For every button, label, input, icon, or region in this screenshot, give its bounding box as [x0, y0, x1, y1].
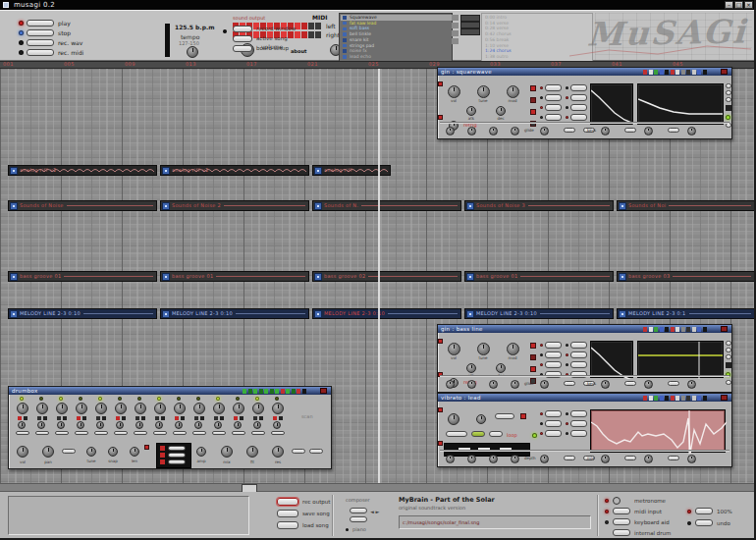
- group-knob-mix[interactable]: [221, 446, 233, 458]
- pattern-handle[interactable]: [162, 310, 170, 318]
- bottom-button[interactable]: [624, 128, 636, 133]
- channel-knob[interactable]: [76, 403, 87, 414]
- channel-fine-knob[interactable]: [273, 421, 281, 429]
- channel-fine-knob[interactable]: [253, 421, 261, 429]
- song-file-field[interactable]: c:/musagi/songs/solar_final.sng: [399, 515, 591, 529]
- bottom-knob[interactable]: [446, 127, 455, 135]
- channel-knob[interactable]: [154, 403, 166, 414]
- channel-fine-knob[interactable]: [96, 421, 104, 429]
- channel-slider[interactable]: [251, 431, 265, 435]
- pattern-block[interactable]: bass groove 03: [617, 271, 755, 282]
- bottom-knob[interactable]: [644, 380, 653, 389]
- synth-squarewave-window[interactable]: gin : squarewavevoltunemodatkdecretriggl…: [437, 67, 732, 139]
- param-button[interactable]: [570, 410, 587, 417]
- param-button[interactable]: [570, 342, 587, 349]
- bottom-knob[interactable]: [601, 380, 610, 389]
- sampler-button[interactable]: [489, 431, 503, 437]
- channel-slider[interactable]: [134, 431, 147, 435]
- knob-rate[interactable]: [476, 414, 486, 424]
- bottom-knob[interactable]: [511, 455, 519, 463]
- param-button[interactable]: [570, 420, 587, 427]
- channel-fine-knob[interactable]: [155, 421, 163, 429]
- channel-knob[interactable]: [174, 403, 186, 414]
- channel-slider[interactable]: [153, 431, 167, 435]
- channel-knob[interactable]: [115, 403, 127, 414]
- bottom-button[interactable]: [668, 381, 679, 386]
- pattern-handle[interactable]: [314, 202, 322, 210]
- mini-button[interactable]: [726, 380, 731, 385]
- channel-knob[interactable]: [233, 403, 244, 414]
- group-knob-tune[interactable]: [86, 447, 96, 457]
- param-button[interactable]: [570, 84, 587, 91]
- bottom-button[interactable]: [624, 456, 636, 460]
- channel-fine-knob[interactable]: [116, 421, 124, 429]
- mini-button[interactable]: [726, 90, 731, 95]
- knob-atk[interactable]: [466, 106, 476, 116]
- group-knob-flt[interactable]: [246, 446, 258, 458]
- channel-knob[interactable]: [17, 403, 28, 414]
- channel-knob[interactable]: [272, 403, 284, 414]
- instrument-row[interactable]: lead echo: [341, 54, 458, 60]
- param-button[interactable]: [545, 84, 562, 91]
- knob-mod[interactable]: [507, 85, 519, 98]
- trigger-button[interactable]: [168, 453, 186, 458]
- transport-button-stop[interactable]: [27, 29, 54, 36]
- bottom-knob[interactable]: [601, 455, 610, 463]
- tempo-knob[interactable]: [187, 46, 198, 58]
- channel-slider[interactable]: [212, 431, 226, 435]
- trigger-button[interactable]: [168, 446, 186, 451]
- channel-slider[interactable]: [232, 431, 245, 435]
- pattern-handle[interactable]: [619, 273, 626, 281]
- pattern-block[interactable]: analog riff v2: [8, 165, 157, 176]
- window-titlebar-drumbox[interactable]: drumbox: [9, 387, 331, 395]
- pattern-handle[interactable]: [162, 273, 170, 281]
- bottom-knob[interactable]: [467, 455, 476, 463]
- group-button[interactable]: [62, 449, 76, 454]
- window-close-button[interactable]: [721, 69, 728, 75]
- bottom-knob[interactable]: [511, 127, 519, 135]
- param-button[interactable]: [545, 410, 562, 417]
- bottom-knob[interactable]: [644, 455, 653, 463]
- param-button[interactable]: [570, 361, 587, 368]
- pattern-handle[interactable]: [10, 202, 18, 210]
- pattern-handle[interactable]: [10, 310, 18, 318]
- param-button[interactable]: [545, 94, 562, 101]
- bottom-knob[interactable]: [467, 127, 476, 135]
- pattern-block[interactable]: Sounds of Noise: [8, 200, 157, 211]
- knob-tune[interactable]: [477, 85, 490, 98]
- param-button[interactable]: [570, 351, 587, 358]
- group-button[interactable]: [309, 449, 323, 454]
- waveform-display[interactable]: [590, 409, 726, 453]
- trigger-button[interactable]: [168, 459, 186, 464]
- channel-knob[interactable]: [135, 403, 146, 414]
- main-display[interactable]: [637, 341, 724, 378]
- bottom-knob[interactable]: [644, 127, 653, 135]
- channel-slider[interactable]: [75, 431, 88, 435]
- param-button[interactable]: [545, 420, 562, 427]
- pattern-handle[interactable]: [466, 273, 474, 281]
- channel-fine-knob[interactable]: [234, 421, 242, 429]
- channel-fine-knob[interactable]: [77, 421, 84, 429]
- bottom-knob[interactable]: [540, 380, 549, 389]
- zoom-button[interactable]: [695, 519, 713, 526]
- composer-button[interactable]: [350, 516, 367, 522]
- sampler-button[interactable]: [446, 431, 467, 437]
- pattern-block[interactable]: analog riff v2: [160, 165, 309, 176]
- knob-dec[interactable]: [496, 106, 506, 116]
- group-knob-snap[interactable]: [108, 447, 118, 457]
- part-tab[interactable]: [460, 15, 480, 22]
- param-button[interactable]: [545, 104, 562, 111]
- pattern-block[interactable]: MELODY LINE 2-3 0:10: [464, 308, 614, 319]
- bottom-knob[interactable]: [687, 127, 696, 135]
- main-display[interactable]: [637, 83, 724, 125]
- mini-button[interactable]: [726, 341, 731, 346]
- knob-vol[interactable]: [448, 85, 460, 98]
- pattern-handle[interactable]: [466, 202, 474, 210]
- bottom-knob[interactable]: [601, 127, 610, 135]
- composer-button[interactable]: [350, 508, 367, 513]
- sampler-lead-window[interactable]: vibrato : leadloopdepthmix: [437, 393, 732, 467]
- bottom-knob[interactable]: [540, 455, 549, 463]
- horizontal-scrollbar[interactable]: [0, 483, 756, 492]
- bottom-knob[interactable]: [489, 455, 498, 463]
- window-titlebar-sampler-lead[interactable]: vibrato : lead: [438, 394, 731, 402]
